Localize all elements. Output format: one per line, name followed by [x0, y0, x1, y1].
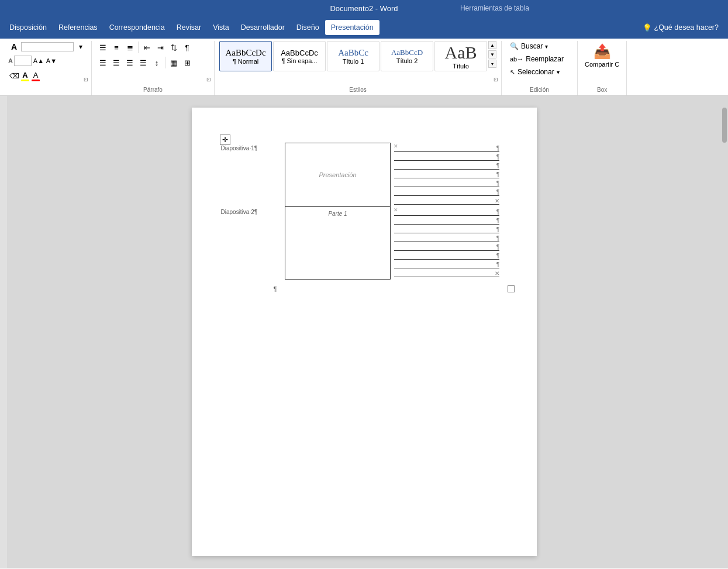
section-mark-2: ✕: [394, 207, 398, 213]
box-group-label: Box: [578, 87, 626, 93]
menu-desarrollador[interactable]: Desarrollador: [235, 20, 291, 35]
slide1-label-cell: Diapositiva·1¶: [221, 143, 285, 207]
menu-vista[interactable]: Vista: [207, 20, 235, 35]
styles-scrollbar[interactable]: ▲ ▼ ▾: [488, 41, 496, 68]
box-group: 📤 Compartir C Box: [578, 41, 627, 95]
sort-icon: ⇅: [171, 43, 177, 52]
menu-revisar[interactable]: Revisar: [171, 20, 207, 35]
style-normal-preview: AaBbCcDc: [225, 48, 265, 58]
slide1-lines-cell: ¶ ¶ ¶ ¶ ¶: [391, 143, 531, 207]
clear-format-btn[interactable]: ⌫: [8, 70, 20, 82]
style-titulo-label: Título: [453, 63, 469, 70]
font-size-up-btn[interactable]: A▲: [33, 55, 44, 67]
menu-presentacion[interactable]: Presentación: [325, 20, 379, 35]
divider2: [165, 57, 165, 68]
ruler-left: [0, 96, 7, 568]
title-bar: Documento2 - Word Herramientas de tabla: [0, 0, 728, 16]
numbered-list-btn[interactable]: ≡: [110, 41, 123, 54]
menu-disposicion[interactable]: Disposición: [4, 20, 53, 35]
styles-expand-btn[interactable]: ⊡: [492, 75, 500, 84]
borders-btn[interactable]: ⊞: [181, 56, 194, 69]
numbered-list-icon: ≡: [114, 43, 119, 52]
font-name-input[interactable]: [21, 42, 74, 51]
ribbon: A ▾ A A▲ A▼ ⌫ A A: [0, 39, 728, 96]
font-color-A2: A: [33, 71, 39, 80]
decrease-indent-btn[interactable]: ⇤: [140, 41, 153, 54]
styles-scroll-up[interactable]: ▲: [488, 41, 496, 49]
slide2-line-4: ¶: [394, 235, 527, 243]
multilevel-list-btn[interactable]: ≣: [123, 41, 136, 54]
vertical-scrollbar[interactable]: [721, 96, 728, 568]
styles-scroll-more[interactable]: ▾: [488, 60, 496, 68]
styles-scroll-down[interactable]: ▼: [488, 50, 496, 58]
menu-correspondencia[interactable]: Correspondencia: [103, 20, 171, 35]
multilevel-list-icon: ≣: [127, 43, 133, 52]
font-size-down-btn[interactable]: A▼: [46, 55, 57, 67]
bullet-list-btn[interactable]: ☰: [96, 41, 109, 54]
style-titulo2[interactable]: AaBbCcD Título 2: [381, 41, 433, 71]
table-resize-handle[interactable]: [508, 285, 515, 292]
align-center-icon: ☰: [113, 58, 120, 67]
slide2-line-1: ¶: [394, 208, 527, 216]
slide1-label: Diapositiva·1¶: [221, 145, 258, 151]
shading-icon: ▦: [170, 58, 177, 67]
slide2-line-6: ¶: [394, 252, 527, 260]
sort-btn[interactable]: ⇅: [167, 41, 180, 54]
menu-search[interactable]: 💡 ¿Qué desea hacer?: [637, 20, 725, 36]
line-spacing-icon: ↕: [155, 58, 159, 67]
share-btn[interactable]: 📤 Compartir C: [582, 41, 622, 70]
document-page: ✛ Diapositiva·1¶ Presentación: [192, 108, 537, 556]
style-titulo1[interactable]: AaBbCc Título 1: [327, 41, 379, 71]
style-sinspa-preview: AaBbCcDc: [281, 49, 318, 57]
slide1-line-3: ¶: [394, 162, 527, 170]
slide2-line-8: ✕: [394, 270, 527, 278]
style-gallery: AaBbCcDc ¶ Normal AaBbCcDc ¶ Sin espa...…: [219, 41, 487, 71]
search-dropdown-icon: ▾: [545, 43, 548, 50]
font-size-dropdown-btn[interactable]: ▾: [75, 41, 87, 53]
slide1-preview-cell: Presentación ✕: [285, 143, 391, 207]
font-increase-btn[interactable]: A: [8, 41, 20, 53]
replace-icon: ab↔: [510, 56, 523, 63]
font-expand-btn[interactable]: ⊡: [82, 75, 90, 84]
font-group: A ▾ A A▲ A▼ ⌫ A A: [4, 41, 92, 95]
align-left-btn[interactable]: ☰: [96, 56, 109, 69]
align-center-btn[interactable]: ☰: [110, 56, 123, 69]
slide2-line-7: ¶: [394, 261, 527, 269]
para-expand-btn[interactable]: ⊡: [205, 75, 213, 84]
end-pilcrow: ¶: [274, 284, 277, 294]
justify-btn[interactable]: ☰: [137, 56, 150, 69]
pilcrow-icon: ¶: [185, 43, 189, 52]
increase-indent-btn[interactable]: ⇥: [154, 41, 167, 54]
style-sin-espacio[interactable]: AaBbCcDc ¶ Sin espa...: [273, 41, 326, 71]
styles-group-label: Estilos: [215, 87, 501, 93]
eraser-icon: ⌫: [9, 72, 19, 80]
style-sinspa-label: ¶ Sin espa...: [282, 57, 318, 64]
divider: [138, 42, 139, 53]
style-titulo-preview: AaB: [445, 43, 477, 63]
shading-btn[interactable]: ▦: [167, 56, 180, 69]
style-titulo[interactable]: AaB Título: [434, 41, 487, 71]
document-table: Diapositiva·1¶ Presentación ✕: [221, 143, 531, 280]
font-color-A: A: [22, 71, 27, 80]
slide1-line-4: ¶: [394, 171, 527, 179]
line-spacing-btn[interactable]: ↕: [150, 56, 163, 69]
menu-bar: Disposición Referencias Correspondencia …: [0, 16, 728, 39]
table-move-handle[interactable]: ✛: [220, 135, 230, 145]
menu-referencias[interactable]: Referencias: [53, 20, 103, 35]
replace-btn[interactable]: ab↔ Reemplazar: [506, 54, 572, 64]
table-row: Diapositiva·1¶ Presentación ✕: [221, 143, 531, 207]
select-btn[interactable]: ↖ Seleccionar ▾: [506, 67, 572, 77]
style-normal[interactable]: AaBbCcDc ¶ Normal: [219, 41, 272, 71]
slide2-line-5: ¶: [394, 243, 527, 251]
menu-diseno[interactable]: Diseño: [291, 20, 325, 35]
app-title: Documento2 - Word: [330, 4, 398, 13]
font-size-input[interactable]: [14, 56, 32, 66]
pilcrow-btn[interactable]: ¶: [181, 41, 194, 54]
search-btn[interactable]: 🔍 Buscar ▾: [506, 41, 572, 51]
align-right-btn[interactable]: ☰: [123, 56, 136, 69]
main-content: ✛ Diapositiva·1¶ Presentación: [7, 96, 721, 568]
scroll-thumb[interactable]: [722, 108, 727, 143]
editing-group: 🔍 Buscar ▾ ab↔ Reemplazar ↖ Seleccionar …: [502, 41, 578, 95]
table-row-2: Diapositiva·2¶ Parte 1 ✕ ¶: [221, 207, 531, 280]
slide1-line-6: ¶: [394, 188, 527, 196]
